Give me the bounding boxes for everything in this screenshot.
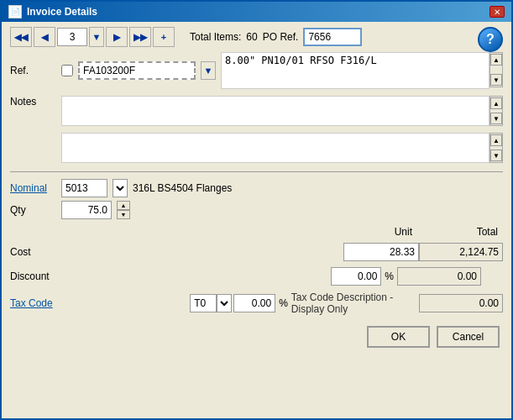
tax-code-row: Tax Code ▼ % Tax Code Description - Disp…	[10, 291, 503, 315]
po-ref-label: PO Ref.	[263, 31, 299, 43]
extra-scrollbar[interactable]: ▲ ▼	[489, 133, 503, 163]
notes-row: Notes ▲ ▼	[10, 96, 503, 126]
tax-pct-label: %	[279, 297, 288, 309]
ref-description-textarea[interactable]: 8.00" PN10/01 RFSO F316/L	[221, 52, 489, 89]
discount-input[interactable]	[331, 267, 381, 286]
add-button[interactable]: +	[153, 27, 175, 47]
extra-scroll-up[interactable]: ▲	[490, 134, 502, 146]
total-items-label: Total Items:	[190, 31, 241, 43]
cost-row: Cost	[10, 243, 503, 261]
close-button[interactable]: ✕	[489, 6, 505, 18]
extra-scroll-down[interactable]: ▼	[490, 150, 502, 161]
navigation-toolbar: ◀◀ ◀ 3 ▼ ▶ ▶▶ + Total Items: 60 PO Ref.	[10, 27, 503, 47]
ref-checkbox[interactable]	[61, 65, 73, 76]
cost-unit-input[interactable]	[343, 243, 419, 261]
scroll-up-arrow[interactable]: ▲	[490, 54, 502, 66]
extra-notes-area: ▲ ▼	[61, 133, 503, 163]
qty-row: Qty ▲ ▼	[10, 201, 503, 219]
content-area: ? ◀◀ ◀ 3 ▼ ▶ ▶▶ + Total Items: 60 PO Ref…	[2, 22, 511, 418]
tax-desc-label: Tax Code Description - Display Only	[291, 291, 419, 315]
toolbar-info: Total Items: 60 PO Ref.	[190, 28, 362, 46]
page-dropdown-button[interactable]: ▼	[89, 27, 104, 47]
nominal-description: 316L BS4504 Flanges	[133, 182, 232, 194]
qty-spin-up[interactable]: ▲	[117, 201, 130, 210]
discount-total-spacer	[397, 267, 503, 286]
notes-scrollbar[interactable]: ▲ ▼	[489, 96, 503, 126]
qty-spinner: ▲ ▼	[117, 201, 130, 219]
next-page-button[interactable]: ▶	[106, 27, 128, 47]
invoice-details-window: 📄 Invoice Details ✕ ? ◀◀ ◀ 3 ▼ ▶ ▶▶ + To…	[0, 0, 513, 420]
notes-scroll-up[interactable]: ▲	[490, 97, 502, 109]
notes-scroll-down[interactable]: ▼	[490, 113, 502, 124]
ref-desc-area: 8.00" PN10/01 RFSO F316/L ▲ ▼	[221, 52, 503, 89]
ref-label: Ref.	[10, 65, 56, 76]
ref-dropdown-button[interactable]: ▼	[201, 61, 216, 80]
ok-button[interactable]: OK	[367, 326, 430, 348]
title-bar-left: 📄 Invoice Details	[8, 5, 97, 18]
ref-input[interactable]	[78, 61, 196, 80]
tax-code-label[interactable]: Tax Code	[10, 297, 62, 309]
qty-label: Qty	[10, 204, 56, 216]
ref-row: Ref. ▼ 8.00" PN10/01 RFSO F316/L ▲ ▼	[10, 52, 503, 89]
unit-header: Unit	[342, 226, 417, 238]
first-page-button[interactable]: ◀◀	[10, 27, 32, 47]
cost-total-input	[419, 243, 503, 261]
discount-label: Discount	[10, 270, 62, 282]
divider	[10, 171, 503, 172]
notes-textarea[interactable]	[61, 96, 489, 126]
tax-code-input[interactable]	[190, 294, 217, 312]
discount-row: Discount %	[10, 267, 503, 286]
tax-pct-input[interactable]	[233, 294, 275, 312]
nominal-label[interactable]: Nominal	[10, 182, 56, 194]
button-row: OK Cancel	[10, 326, 503, 348]
window-icon: 📄	[8, 5, 22, 18]
help-button[interactable]: ?	[478, 27, 503, 52]
tax-code-dropdown[interactable]: ▼	[217, 294, 232, 312]
scroll-down-arrow[interactable]: ▼	[490, 74, 502, 86]
po-ref-input[interactable]	[303, 28, 362, 46]
extra-notes-row: ▲ ▼	[10, 133, 503, 163]
total-header: Total	[417, 226, 501, 238]
title-bar: 📄 Invoice Details ✕	[2, 2, 511, 22]
notes-area: ▲ ▼	[61, 96, 503, 126]
discount-total-input	[397, 267, 481, 286]
discount-pct-label: %	[385, 270, 394, 282]
last-page-button[interactable]: ▶▶	[129, 27, 151, 47]
prev-page-button[interactable]: ◀	[34, 27, 55, 47]
extra-textarea[interactable]	[61, 133, 489, 163]
total-items-value: 60	[246, 31, 257, 43]
qty-spin-down[interactable]: ▼	[117, 210, 130, 219]
notes-label: Notes	[10, 96, 56, 108]
nominal-row: Nominal ▼ 316L BS4504 Flanges	[10, 179, 503, 197]
cost-label: Cost	[10, 246, 62, 258]
cancel-button[interactable]: Cancel	[437, 326, 500, 348]
nominal-input[interactable]	[61, 179, 107, 197]
window-title: Invoice Details	[27, 6, 97, 18]
tax-total-input	[419, 294, 503, 312]
nominal-dropdown[interactable]: ▼	[113, 179, 128, 197]
cost-header-row: Unit Total	[10, 226, 503, 238]
ref-desc-scrollbar[interactable]: ▲ ▼	[489, 52, 503, 87]
qty-input[interactable]	[61, 201, 112, 219]
page-number-input[interactable]: 3	[57, 28, 87, 46]
